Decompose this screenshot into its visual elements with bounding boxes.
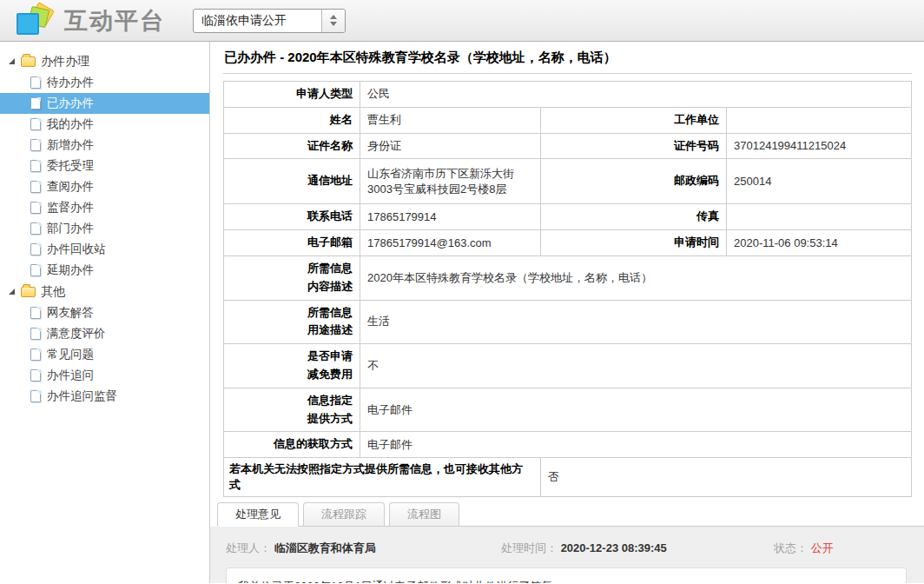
sidebar-item-manyidu[interactable]: 满意度评价 (0, 323, 209, 344)
arrow-up-icon (330, 15, 337, 19)
process-panel: 处理人： 临淄区教育和体育局 处理时间： 2020-12-23 08:39:45… (210, 527, 924, 583)
page-icon (30, 160, 41, 172)
sidebar-item-jiandu[interactable]: 监督办件 (0, 197, 209, 218)
field-label: 联系电话 (224, 204, 360, 230)
sidebar-item-zhuiwen[interactable]: 办件追问 (0, 365, 209, 386)
field-value: 公民 (360, 82, 912, 108)
page-icon (30, 202, 41, 214)
field-label: 证件名称 (224, 133, 360, 159)
scope-select[interactable]: 临淄依申请公开 (193, 9, 346, 33)
sidebar-item-huishouzhan[interactable]: 办件回收站 (0, 239, 209, 260)
table-row: 信息指定 提供方式 电子邮件 (224, 388, 912, 432)
sidebar-item-label: 办件回收站 (47, 242, 106, 257)
sidebar-item-label: 查阅办件 (47, 179, 94, 195)
sidebar-item-label: 网友解答 (47, 305, 94, 321)
field-label: 电子邮箱 (224, 230, 360, 256)
sidebar-item-wode[interactable]: 我的办件 (0, 114, 209, 135)
table-row: 姓名 曹生利 工作单位 (224, 107, 912, 133)
tree-group-banjian[interactable]: 办件办理 (0, 50, 209, 72)
tab-process-tracking[interactable]: 流程跟踪 (303, 502, 385, 526)
sidebar-item-label: 延期办件 (47, 262, 94, 278)
sidebar-item-label: 监督办件 (47, 200, 94, 216)
status-label: 状态： (774, 541, 808, 554)
app-logo-icon (14, 3, 54, 38)
field-value: 17865179914@163.com (360, 230, 541, 256)
field-value: 身份证 (360, 133, 541, 159)
arrow-down-icon (330, 22, 337, 26)
sidebar-item-yiban[interactable]: 已办办件 (0, 93, 209, 114)
page-title: 已办办件 - 2020年本区特殊教育学校名录（学校地址，名称，电话） (223, 42, 912, 74)
field-label: 邮政编码 (541, 159, 727, 204)
field-value: 2020-11-06 09:53:14 (727, 230, 912, 256)
sidebar-item-changjian[interactable]: 常见问题 (0, 344, 209, 365)
field-label: 工作单位 (541, 107, 727, 133)
sidebar-item-label: 待办办件 (47, 75, 94, 90)
sidebar-item-weituo[interactable]: 委托受理 (0, 156, 209, 176)
page-icon (30, 76, 41, 89)
sidebar-item-label: 办件追问监督 (47, 388, 117, 404)
page-icon (30, 181, 41, 193)
sidebar-item-xinzeng[interactable]: 新增办件 (0, 135, 209, 156)
table-row: 证件名称 身份证 证件号码 370124199411215024 (224, 133, 912, 159)
tree-group-qita[interactable]: 其他 (0, 281, 209, 302)
tab-handling-opinion[interactable]: 处理意见 (217, 502, 299, 527)
sidebar-item-label: 我的办件 (47, 116, 94, 132)
sidebar-item-wangyou[interactable]: 网友解答 (0, 302, 209, 323)
table-row: 所需信息 内容描述 2020年本区特殊教育学校名录（学校地址，名称，电话） (224, 256, 912, 300)
sidebar-item-yanqi[interactable]: 延期办件 (0, 260, 209, 281)
sidebar-item-label: 部门办件 (47, 221, 94, 236)
table-row: 信息的获取方式 电子邮件 (224, 432, 912, 458)
sidebar-item-label: 委托受理 (47, 158, 94, 174)
sidebar-item-label: 已办办件 (47, 96, 94, 111)
table-row: 是否申请 减免费用 不 (224, 344, 912, 388)
field-label: 证件号码 (541, 133, 727, 159)
page-icon (30, 264, 41, 276)
sidebar-tree: 办件办理 待办办件 已办办件 我的办件 新增办件 委托受理 查阅办件 监督办 (0, 42, 210, 583)
table-row: 所需信息 用途描述 生活 (224, 300, 912, 344)
page-icon (30, 307, 41, 319)
field-label: 是否申请 减免费用 (224, 344, 360, 388)
app-title: 互动平台 (64, 5, 165, 36)
handler-value: 临淄区教育和体育局 (274, 541, 376, 554)
process-time-value: 2020-12-23 08:39:45 (561, 541, 667, 554)
field-value: 曹生利 (360, 107, 541, 133)
sidebar-item-label: 满意度评价 (47, 326, 106, 342)
field-value: 山东省济南市历下区新泺大街3003号宝威科技园2号楼8层 (360, 159, 541, 204)
sidebar-item-label: 常见问题 (47, 347, 94, 362)
process-tabbar: 处理意见 流程跟踪 流程图 (217, 502, 924, 527)
app-header: 互动平台 临淄依申请公开 (0, 0, 924, 42)
process-meta: 处理人： 临淄区教育和体育局 处理时间： 2020-12-23 08:39:45… (226, 541, 908, 556)
page-icon (30, 222, 41, 235)
expand-arrow-icon[interactable] (9, 58, 15, 64)
page-icon (30, 243, 41, 256)
tree-group-label: 其他 (41, 284, 65, 300)
page-icon (30, 139, 41, 151)
logo-blue-square (16, 13, 39, 35)
field-label: 所需信息 内容描述 (224, 256, 360, 300)
page-icon (30, 348, 41, 361)
status-badge: 公开 (811, 541, 834, 554)
page-icon (30, 369, 41, 382)
folder-icon (21, 56, 36, 67)
handler-label: 处理人： (226, 541, 271, 554)
field-label: 申请时间 (541, 230, 727, 256)
table-row: 联系电话 17865179914 传真 (224, 204, 912, 230)
table-row: 电子邮箱 17865179914@163.com 申请时间 2020-11-06… (224, 230, 912, 256)
sidebar-item-chayue[interactable]: 查阅办件 (0, 176, 209, 197)
page-icon (30, 97, 41, 110)
field-value: 370124199411215024 (727, 133, 912, 159)
sidebar-item-zhuiwen-jiandu[interactable]: 办件追问监督 (0, 386, 209, 407)
sidebar-item-daiban[interactable]: 待办办件 (0, 72, 209, 93)
up-down-arrows-icon[interactable] (321, 10, 345, 32)
field-label: 申请人类型 (224, 82, 360, 108)
field-label: 传真 (541, 204, 727, 230)
sidebar-item-bumen[interactable]: 部门办件 (0, 218, 209, 239)
reply-message: 我单位已于2020年12月1日通过电子邮件形式对此件进行了答复。 (226, 567, 907, 583)
scope-select-value: 临淄依申请公开 (194, 10, 321, 32)
field-label: 姓名 (224, 107, 360, 133)
page-icon (30, 328, 41, 340)
table-row: 通信地址 山东省济南市历下区新泺大街3003号宝威科技园2号楼8层 邮政编码 2… (224, 159, 912, 204)
tab-flow-chart[interactable]: 流程图 (389, 502, 459, 526)
field-value (727, 107, 912, 133)
expand-arrow-icon[interactable] (9, 289, 15, 295)
